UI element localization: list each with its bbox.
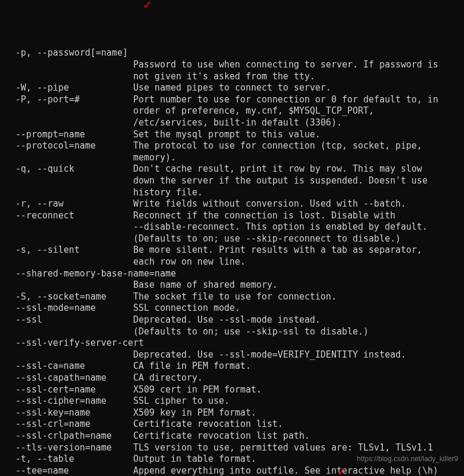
terminal-output: -p, --password[=name] Password to use wh… xyxy=(5,47,459,476)
check-icon: ✓ xyxy=(143,0,151,11)
